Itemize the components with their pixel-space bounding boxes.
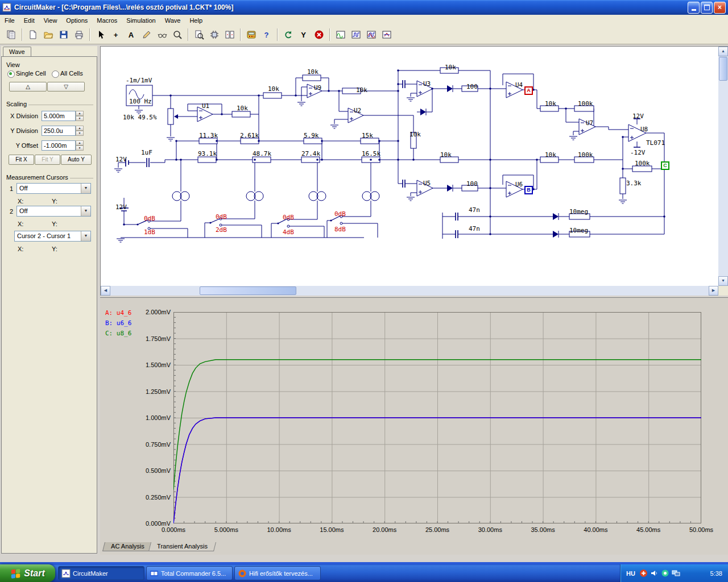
language-indicator[interactable]: HU [626,570,635,577]
zoom-tool-button[interactable] [170,28,184,42]
scale-down-button[interactable]: ▽ [47,82,85,92]
cursors-group-label: Measurement Cursors [5,174,70,181]
x-division-input[interactable] [42,111,76,121]
horizontal-scroll-thumb[interactable] [200,286,296,295]
probe-c[interactable]: C [661,161,669,170]
wire-tool-button[interactable] [139,28,154,42]
new-file-button[interactable] [26,28,40,42]
open-file-button[interactable] [41,28,55,42]
all-cells-radio[interactable] [52,70,59,78]
text-tool-button[interactable]: A [124,28,138,42]
print-button[interactable] [72,28,86,42]
stop-simulation-button[interactable] [312,28,326,42]
tray-network-icon[interactable] [672,569,680,577]
reset-button[interactable] [281,28,295,42]
schematic-editor[interactable]: -1m/1mV100 Hz10k 49.5%U110k10k10kU910kU2… [100,46,728,296]
probe-a[interactable]: A [524,86,533,95]
digital-display-button[interactable] [349,28,363,42]
scroll-left-button[interactable]: ◀ [101,286,110,296]
single-cell-radio[interactable] [7,70,15,78]
scroll-down-button[interactable]: ▼ [718,276,728,286]
taskbar: Start CircuitMakerTotal Commander 6.5...… [0,564,728,582]
start-button[interactable]: Start [0,564,55,582]
x-axis-label: 15.00ms [312,526,351,533]
y-axis-label: 1.250mV [138,388,171,395]
taskbar-clock: 5:38 [710,570,722,577]
place-part-button[interactable]: + [109,28,123,42]
y-axis-label: 1.000mV [138,414,171,421]
cursor-diff-select[interactable]: Cursor 2 - Cursor 1 ▼ [14,231,91,242]
wave-panel-tab[interactable]: Wave [3,47,31,57]
scale-up-button[interactable]: △ [9,82,47,92]
probe-y-button[interactable]: Y [296,28,311,42]
menu-wave[interactable]: Wave [160,16,185,25]
menubar: FileEditViewOptionsMacrosSimulationWaveH… [0,15,728,26]
help-button[interactable]: ? [259,28,274,42]
close-button[interactable]: × [714,2,726,14]
task-total-commander-6-5-[interactable]: Total Commander 6.5... [146,566,233,580]
tab-ac-analysis[interactable]: AC Analysis [102,542,153,551]
xy-display-button[interactable] [379,28,394,42]
vertical-scrollbar[interactable]: ▲ ▼ [718,47,728,286]
analog-display-button[interactable] [333,28,348,42]
y-division-spinner[interactable]: ▲▼ [76,126,84,136]
fit-x-button[interactable]: Fit X [9,155,34,165]
y-division-input[interactable] [42,126,76,136]
scroll-up-button[interactable]: ▲ [718,47,728,56]
y-axis-label: 1.500mV [138,361,171,368]
tray-shield-icon[interactable] [639,569,648,577]
menu-macros[interactable]: Macros [92,16,122,25]
tab-transient-analysis[interactable]: Transient Analysis [148,542,216,551]
menu-simulation[interactable]: Simulation [122,16,160,25]
menu-options[interactable]: Options [61,16,92,25]
horizontal-scrollbar[interactable]: ◀ ▶ [101,286,718,296]
x-axis-label: 10.00ms [259,526,299,533]
x-axis-label: 45.00ms [628,526,668,533]
schematic-canvas[interactable] [101,47,718,285]
probe-tool-button[interactable] [155,28,169,42]
legend-item: C: u8_6 [105,330,131,337]
toolbar-separator [277,28,278,41]
zoom-window-button[interactable] [192,28,206,42]
restore-button[interactable] [701,2,713,14]
arrow-tool-button[interactable] [93,28,107,42]
fit-y-button[interactable]: Fit Y [35,155,60,165]
cursor1-select[interactable]: Off ▼ [16,183,91,194]
cursor1-number: 1 [10,185,13,192]
tray-ball-icon[interactable] [661,569,669,577]
task-label: CircuitMaker [73,570,108,577]
task-circuitmaker[interactable]: CircuitMaker [58,566,144,580]
vertical-scroll-thumb[interactable] [719,57,727,81]
menu-help[interactable]: Help [185,16,207,25]
y-offset-spinner[interactable]: ▲▼ [76,140,84,151]
chip-view-button[interactable] [207,28,221,42]
cursor1-y-label: Y: [52,198,57,205]
task-hifi-er-s-t-k-tervez-s-[interactable]: Hifi erősítők tervezés... [234,566,321,580]
split-view-button[interactable] [222,28,237,42]
chevron-down-icon[interactable]: ▼ [81,184,90,193]
menu-file[interactable]: File [0,16,19,25]
menu-view[interactable]: View [39,16,62,25]
save-file-button[interactable] [56,28,71,42]
cursor2-select[interactable]: Off ▼ [16,206,91,217]
auto-y-button[interactable]: Auto Y [61,155,92,165]
x-division-spinner[interactable]: ▲▼ [76,111,84,121]
chevron-down-icon[interactable]: ▼ [81,206,90,216]
multimeter-button[interactable] [244,28,258,42]
tray-volume-icon[interactable] [650,569,659,577]
x-axis-label: 35.00ms [523,526,563,533]
menu-edit[interactable]: Edit [19,16,39,25]
x-axis-label: 30.00ms [470,526,510,533]
component-library-button[interactable] [4,28,18,42]
task-label: Total Commander 6.5... [161,570,226,577]
scroll-right-button[interactable]: ▶ [709,286,718,296]
minimize-button[interactable] [688,2,700,14]
x-axis-label: 40.00ms [576,526,615,533]
probe-b[interactable]: B [524,186,533,194]
mixed-display-button[interactable] [364,28,378,42]
chevron-down-icon[interactable]: ▼ [81,231,90,241]
y-offset-input[interactable] [42,140,76,151]
y-axis-label: 0.500mV [138,467,171,474]
all-cells-label: All Cells [60,70,83,77]
y-axis-label: 2.000mV [138,309,171,315]
